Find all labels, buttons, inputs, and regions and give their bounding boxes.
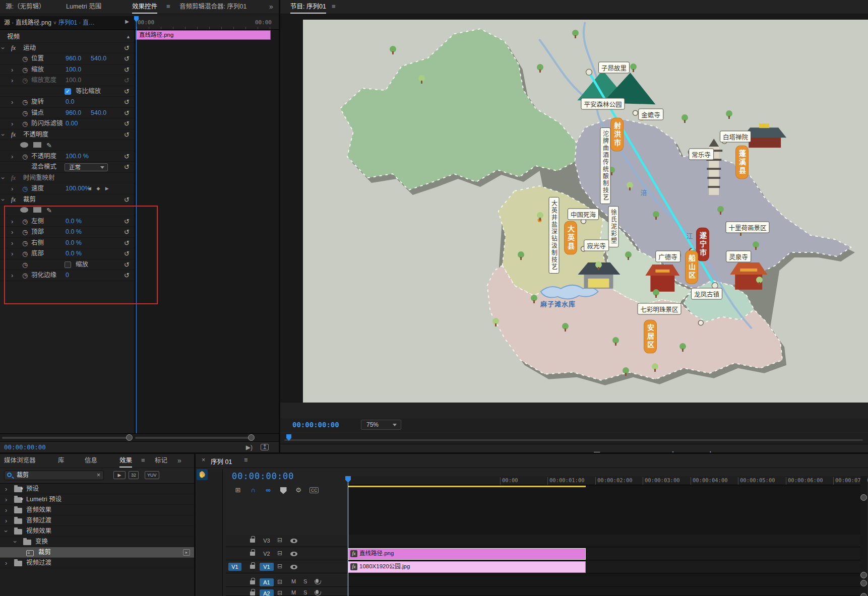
parameter-value[interactable]: 0 (66, 270, 69, 281)
reset-parameter-icon[interactable]: ↺ (124, 86, 130, 97)
source-patch-v1[interactable]: V1 (228, 563, 241, 571)
reset-parameter-icon[interactable]: ↺ (124, 216, 130, 227)
effect-controls-timecode[interactable]: 00:00:00:00 (4, 443, 46, 451)
tab-markers[interactable]: 标记 (155, 454, 170, 468)
effect-row[interactable]: › fx ◷ 速度 100.00% ✎ ◀ ◆ ▶ ↺ ▲ (0, 183, 134, 194)
toggle-track-output-eye-icon[interactable] (290, 552, 297, 556)
effects-tree-row[interactable]: › 变换 (0, 537, 194, 547)
lock-icon[interactable] (250, 580, 255, 584)
reset-parameter-icon[interactable]: ↺ (124, 108, 130, 119)
solo-button[interactable]: S (303, 589, 307, 595)
checkbox[interactable] (65, 88, 71, 95)
play-audio-preview-icon[interactable]: ▶) (246, 444, 253, 451)
export-icon[interactable]: ↥ (261, 444, 269, 450)
blend-mode-select[interactable]: 正常 (65, 163, 108, 171)
tab-overflow-icon[interactable]: » (177, 454, 181, 468)
reset-parameter-icon[interactable]: ↺ (124, 64, 130, 76)
reset-parameter-icon[interactable]: ↺ (124, 238, 130, 249)
reset-parameter-icon[interactable]: ↺ (124, 227, 130, 238)
lock-icon[interactable] (250, 552, 255, 556)
tab-libraries[interactable]: 库 (58, 454, 65, 468)
mic-icon[interactable] (316, 579, 319, 583)
track-lane-a2[interactable] (348, 587, 861, 596)
scrollbar-knob[interactable] (860, 593, 867, 596)
stopwatch-icon[interactable]: ◷ (22, 259, 28, 271)
expand-chevron-icon[interactable]: › (5, 558, 7, 568)
track-name[interactable]: A2 (260, 589, 274, 596)
stopwatch-icon[interactable]: ◷ (22, 183, 28, 194)
reset-parameter-icon[interactable]: ↺ (124, 259, 130, 271)
sync-lock-icon[interactable]: ⊟ (277, 550, 282, 557)
fx-badge-icon[interactable]: fx (11, 173, 16, 184)
effects-tree-row[interactable]: › 视频效果 (0, 526, 194, 537)
rect-mask-icon[interactable] (33, 207, 41, 213)
tab-source-monitor[interactable]: 源:（无剪辑） (6, 0, 45, 14)
captions-icon[interactable]: CC (309, 487, 319, 493)
effect-row[interactable]: › fx ◷ 不透明度 ✎ ◀ ◆ ▶ ↺ ▲ (0, 129, 134, 141)
ellipse-mask-icon[interactable] (20, 142, 28, 148)
effect-row[interactable]: › fx ◷ ✎ ◀ ◆ ▶ ↺ ▲ (0, 140, 134, 151)
mic-icon[interactable] (316, 590, 319, 594)
mark-in-button[interactable]: { (610, 449, 622, 452)
sync-lock-icon[interactable]: ⊟ (277, 589, 282, 596)
sync-lock-icon[interactable]: ⊟ (277, 578, 282, 585)
effect-row[interactable]: › fx ◷ 顶部 0.0 % ✎ ◀ ◆ ▶ ↺ ▲ (0, 227, 134, 238)
reset-parameter-icon[interactable]: ↺ (124, 151, 130, 162)
reset-parameter-icon[interactable]: ↺ (124, 162, 130, 173)
go-to-in-button[interactable]: ⇤ (648, 449, 659, 452)
checkbox[interactable] (65, 261, 71, 268)
add-marker-icon[interactable] (279, 486, 287, 494)
scrollbar-knob[interactable] (126, 434, 133, 441)
export-frame-button[interactable]: ◉ (781, 449, 792, 452)
scrollbar-track[interactable] (2, 437, 129, 439)
step-forward-button[interactable]: ▕▶ (705, 449, 716, 452)
effect-row[interactable]: › fx ◷ 防闪烁滤镜 0.00 ✎ ◀ ◆ ▶ ↺ ▲ (0, 118, 134, 129)
snap-magnet-icon[interactable]: ∩ (249, 486, 257, 494)
panel-menu-icon[interactable]: ≡ (332, 0, 336, 14)
reset-parameter-icon[interactable]: ↺ (124, 194, 130, 206)
expand-chevron-icon[interactable]: › (10, 541, 21, 543)
expand-chevron-icon[interactable]: › (1, 530, 12, 532)
stopwatch-icon[interactable]: ◷ (22, 248, 28, 259)
step-back-button[interactable]: ◀▏ (667, 449, 678, 452)
tab-overflow-icon[interactable]: » (269, 0, 273, 14)
lock-icon[interactable] (250, 539, 255, 543)
parameter-value[interactable]: 100.00% (66, 183, 90, 194)
linked-selection-icon[interactable]: ∞ (264, 486, 272, 494)
stopwatch-icon[interactable]: ◷ (22, 238, 28, 249)
effects-tree-row[interactable]: › 视频过渡 (0, 558, 194, 568)
fx-badge-icon[interactable]: fx (11, 194, 16, 206)
mute-button[interactable]: M (291, 578, 296, 584)
parameter-value[interactable]: 0.0 % (66, 227, 82, 238)
sequence-clip-label[interactable]: 序列01 · 直… (58, 19, 95, 26)
fx-badge-icon[interactable]: fx (11, 129, 16, 141)
parameter-value[interactable]: 0.0 % (66, 216, 82, 227)
clip-line-path[interactable]: fx直线路径.png (348, 548, 586, 560)
effects-search-input[interactable]: 裁剪 × (4, 471, 104, 480)
effects-tree-row[interactable]: › Lumetri 预设 (0, 494, 194, 505)
parameter-value[interactable]: 100.0 % (66, 151, 89, 162)
track-name[interactable]: A1 (260, 578, 274, 586)
mini-timeline-clip[interactable]: 直线路径.png (136, 30, 271, 40)
effect-row[interactable]: › fx ◷ 裁剪 ✎ ◀ ◆ ▶ ↺ ▲ (0, 194, 134, 206)
effect-row[interactable]: › fx ◷ 等比缩放 ✎ ◀ ◆ ▶ ↺ ▲ (0, 86, 134, 97)
timeline-playhead[interactable] (348, 476, 348, 596)
scrollbar-track-2[interactable] (135, 437, 252, 439)
keyframe-nav-icons[interactable]: ◀ ◆ ▶ (88, 183, 111, 194)
effect-row[interactable]: › fx ◷ 位置 960.0 540.0 ✎ ◀ ◆ ▶ ↺ ▲ (0, 53, 134, 64)
stopwatch-icon[interactable]: ◷ (22, 227, 28, 238)
effect-row[interactable]: › fx ◷ 右侧 0.0 % ✎ ◀ ◆ ▶ ↺ ▲ (0, 238, 134, 249)
close-icon[interactable]: × (202, 456, 205, 463)
stopwatch-icon[interactable]: ◷ (22, 151, 28, 162)
parameter-value[interactable]: 960.0 (66, 53, 81, 64)
reset-parameter-icon[interactable]: ↺ (124, 43, 130, 54)
tab-lumetri-scopes[interactable]: Lumetri 范围 (66, 0, 101, 14)
parameter-value-2[interactable]: 540.0 (91, 108, 106, 119)
comparison-view-button[interactable]: ◫ (800, 449, 811, 452)
parameter-value[interactable]: 0.0 (66, 97, 74, 108)
type-tool[interactable]: T (197, 469, 208, 480)
effect-row[interactable]: › fx ◷ 羽化边缘 0 ✎ ◀ ◆ ▶ ↺ ▲ (0, 270, 134, 281)
reset-parameter-icon[interactable]: ↺ (124, 53, 130, 64)
scrubber-track[interactable] (284, 439, 863, 441)
add-marker-button[interactable] (591, 449, 602, 452)
